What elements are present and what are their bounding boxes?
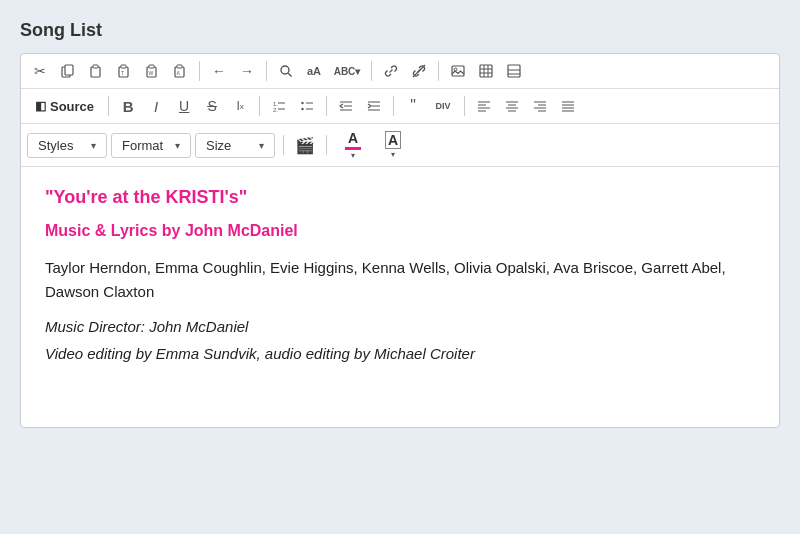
performers: Taylor Herndon, Emma Coughlin, Evie Higg… [45,256,755,304]
film-button[interactable]: 🎬 [292,132,318,158]
styles-chevron-icon: ▾ [91,140,96,151]
page-title: Song List [20,20,780,41]
outdent-button[interactable] [333,93,359,119]
svg-point-17 [454,68,457,71]
separator-5 [108,96,109,116]
size-dropdown[interactable]: Size ▾ [195,133,275,158]
separator-2 [266,61,267,81]
editor-content[interactable]: "You're at the KRISTI's" Music & Lyrics … [21,167,779,427]
paste-word-button[interactable]: W [139,58,165,84]
redo-button[interactable]: → [234,58,260,84]
separator-3 [371,61,372,81]
unordered-list-button[interactable] [294,93,320,119]
svg-rect-1 [65,65,73,75]
table-button[interactable] [473,58,499,84]
svg-rect-11 [177,65,182,68]
source-button[interactable]: ◧ Source [27,97,102,116]
div-button[interactable]: DIV [428,93,458,119]
svg-text:A: A [177,70,181,76]
justify-button[interactable] [555,93,581,119]
separator-8 [393,96,394,116]
svg-rect-3 [93,65,98,68]
svg-point-30 [301,102,303,104]
italic-button[interactable]: I [143,93,169,119]
separator-10 [283,135,284,155]
paste-button[interactable] [83,58,109,84]
find-button[interactable] [273,58,299,84]
svg-text:2.: 2. [273,107,278,113]
source-icon: ◧ [35,99,46,113]
toolbar-row-3: Styles ▾ Format ▾ Size ▾ 🎬 A ▾ A ▾ [21,124,779,167]
svg-point-32 [301,108,303,110]
song-title: "You're at the KRISTI's" [45,187,755,208]
font-color-bar [345,147,361,150]
copy-button[interactable] [55,58,81,84]
font-color-arrow-icon: ▾ [351,151,355,160]
svg-rect-18 [480,65,492,77]
svg-rect-5 [121,65,126,68]
size-chevron-icon: ▾ [259,140,264,151]
align-center-button[interactable] [499,93,525,119]
show-blocks-button[interactable] [501,58,527,84]
size-label: Size [206,138,231,153]
styles-label: Styles [38,138,73,153]
bg-color-arrow-icon: ▾ [391,150,395,159]
styles-dropdown[interactable]: Styles ▾ [27,133,107,158]
svg-rect-23 [508,65,520,77]
strikethrough-button[interactable]: S [199,93,225,119]
font-color-label: A [348,130,358,146]
format-chevron-icon: ▾ [175,140,180,151]
indent-button[interactable] [361,93,387,119]
paste-special-button[interactable]: A [167,58,193,84]
underline-button[interactable]: U [171,93,197,119]
source-label: Source [50,99,94,114]
video-credit: Video editing by Emma Sundvik, audio edi… [45,345,755,362]
svg-rect-16 [452,66,464,76]
svg-line-14 [288,73,291,76]
music-director: Music Director: John McDaniel [45,318,755,335]
format-label: Format [122,138,163,153]
toolbar-row-1: ✂ T W [21,54,779,89]
svg-text:T: T [121,70,124,76]
blockquote-button[interactable]: " [400,93,426,119]
separator-11 [326,135,327,155]
replace-button[interactable]: aA [301,58,327,84]
toolbar-row-2: ◧ Source B I U S Ix 1. 2. [21,89,779,124]
align-right-button[interactable] [527,93,553,119]
bg-color-button[interactable]: A ▾ [375,130,411,160]
separator-6 [259,96,260,116]
rich-text-editor: ✂ T W [20,53,780,428]
separator-4 [438,61,439,81]
svg-rect-8 [149,65,154,68]
svg-point-13 [281,66,289,74]
svg-text:W: W [149,70,154,76]
subscript-button[interactable]: Ix [227,93,253,119]
font-color-button[interactable]: A ▾ [335,130,371,160]
song-credit: Music & Lyrics by John McDaniel [45,222,755,240]
unlink-button[interactable] [406,58,432,84]
undo-button[interactable]: ← [206,58,232,84]
separator-7 [326,96,327,116]
cut-button[interactable]: ✂ [27,58,53,84]
image-button[interactable] [445,58,471,84]
ordered-list-button[interactable]: 1. 2. [266,93,292,119]
separator-1 [199,61,200,81]
spell-check-button[interactable]: ABC▾ [329,58,365,84]
separator-9 [464,96,465,116]
bg-color-label: A [385,131,401,149]
align-left-button[interactable] [471,93,497,119]
format-dropdown[interactable]: Format ▾ [111,133,191,158]
bold-button[interactable]: B [115,93,141,119]
paste-text-button[interactable]: T [111,58,137,84]
link-button[interactable] [378,58,404,84]
